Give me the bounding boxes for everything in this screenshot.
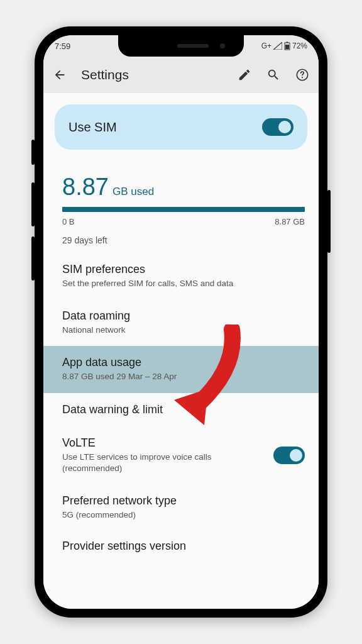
phone-frame: 7:59 G+ 72% Settings	[35, 26, 327, 618]
item-title: Data roaming	[62, 309, 305, 323]
sim-preferences-item[interactable]: SIM preferences Set the preferred SIM fo…	[43, 253, 319, 299]
usage-unit: GB used	[112, 186, 154, 198]
volte-item[interactable]: VoLTE Use LTE services to improve voice …	[43, 426, 319, 484]
side-button	[31, 182, 35, 226]
side-button	[31, 140, 35, 165]
front-camera	[220, 43, 225, 48]
help-button[interactable]	[295, 67, 310, 82]
page-title: Settings	[81, 67, 223, 82]
screen: 7:59 G+ 72% Settings	[43, 35, 319, 609]
arrow-back-icon	[53, 68, 67, 82]
search-button[interactable]	[266, 67, 281, 82]
toggle-knob	[278, 121, 291, 133]
use-sim-card: Use SIM	[55, 104, 307, 150]
pencil-icon	[238, 68, 251, 82]
app-data-usage-item[interactable]: App data usage 8.87 GB used 29 Mar – 28 …	[43, 346, 319, 392]
usage-value: 8.87	[62, 174, 109, 201]
toggle-knob	[290, 449, 302, 462]
data-roaming-item[interactable]: Data roaming National network	[43, 299, 319, 346]
data-warning-limit-item[interactable]: Data warning & limit	[43, 393, 319, 426]
item-subtitle: 5G (recommended)	[62, 509, 305, 521]
back-button[interactable]	[52, 67, 67, 82]
usage-range: 0 B 8.87 GB	[62, 217, 305, 226]
item-title: Preferred network type	[62, 494, 305, 508]
app-bar: Settings	[43, 57, 319, 93]
battery-icon	[284, 42, 290, 50]
data-usage-block: 8.87 GB used 0 B 8.87 GB 29 days left	[43, 156, 319, 253]
edit-button[interactable]	[237, 67, 252, 82]
usage-progress-bar	[62, 207, 305, 212]
svg-rect-2	[285, 45, 289, 49]
search-icon	[266, 68, 280, 82]
signal-icon	[273, 42, 282, 50]
volte-toggle[interactable]	[273, 447, 305, 464]
item-subtitle: 8.87 GB used 29 Mar – 28 Apr	[62, 371, 305, 382]
usage-range-end: 8.87 GB	[275, 217, 305, 226]
side-button	[31, 236, 35, 280]
help-icon	[295, 68, 309, 82]
network-indicator: G+	[261, 42, 272, 50]
use-sim-toggle[interactable]	[262, 118, 293, 136]
usage-main: 8.87 GB used	[62, 174, 305, 201]
svg-rect-1	[286, 42, 288, 43]
item-title: Data warning & limit	[62, 403, 305, 416]
battery-percent: 72%	[292, 42, 307, 50]
side-button	[327, 190, 331, 253]
preferred-network-type-item[interactable]: Preferred network type 5G (recommended)	[43, 484, 319, 531]
usage-days-left: 29 days left	[62, 235, 305, 245]
use-sim-label: Use SIM	[69, 120, 117, 135]
speaker-grille	[177, 44, 209, 48]
item-title: VoLTE	[62, 436, 273, 450]
item-title: SIM preferences	[62, 263, 305, 276]
item-subtitle: Set the preferred SIM for calls, SMS and…	[62, 278, 305, 289]
app-bar-actions	[237, 67, 310, 82]
usage-range-start: 0 B	[62, 217, 75, 226]
notch	[118, 35, 244, 57]
item-subtitle: Use LTE services to improve voice calls …	[62, 452, 273, 474]
provider-settings-item[interactable]: Provider settings version	[43, 531, 319, 553]
svg-point-4	[302, 77, 303, 78]
content: Use SIM 8.87 GB used 0 B 8.87 GB 29 days…	[43, 93, 319, 609]
status-time: 7:59	[55, 42, 70, 51]
status-right: G+ 72%	[261, 42, 307, 50]
item-title: App data usage	[62, 356, 305, 369]
item-subtitle: National network	[62, 325, 305, 336]
item-title: Provider settings version	[62, 540, 305, 553]
